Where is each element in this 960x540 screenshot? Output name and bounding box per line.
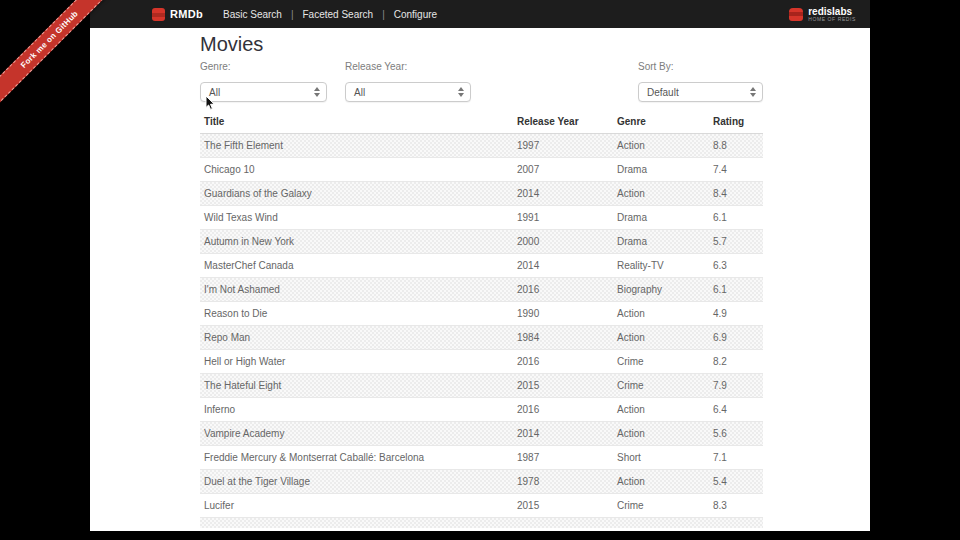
movies-table: Title Release Year Genre Rating The Fift…	[200, 110, 763, 518]
table-row[interactable]: Guardians of the Galaxy 2014 Action 8.4	[200, 182, 763, 206]
release-year-label: Release Year:	[345, 61, 407, 72]
cell-release-year: 2000	[513, 236, 613, 247]
table-row[interactable]: The Hateful Eight 2015 Crime 7.9	[200, 374, 763, 398]
cell-release-year: 2016	[513, 356, 613, 367]
table-row[interactable]: Chicago 10 2007 Drama 7.4	[200, 158, 763, 182]
table-row[interactable]: Inferno 2016 Action 6.4	[200, 398, 763, 422]
fork-ribbon-label: Fork me on GitHub	[19, 9, 80, 70]
cell-title: Guardians of the Galaxy	[200, 188, 513, 199]
table-row[interactable]: Lucifer 2015 Crime 8.3	[200, 494, 763, 518]
cell-release-year: 2015	[513, 500, 613, 511]
cell-genre: Short	[613, 452, 709, 463]
cell-rating: 6.4	[709, 404, 763, 415]
cell-genre: Drama	[613, 236, 709, 247]
app-page: RMDb Basic Search | Faceted Search | Con…	[90, 0, 870, 531]
genre-label: Genre:	[200, 61, 231, 72]
redislabs-logo-icon	[789, 8, 803, 21]
cell-title: Freddie Mercury & Montserrat Caballé: Ba…	[200, 452, 513, 463]
cell-release-year: 1984	[513, 332, 613, 343]
cell-release-year: 2015	[513, 380, 613, 391]
cell-genre: Drama	[613, 212, 709, 223]
cell-release-year: 2016	[513, 284, 613, 295]
cell-genre: Biography	[613, 284, 709, 295]
cell-rating: 7.4	[709, 164, 763, 175]
cell-title: MasterChef Canada	[200, 260, 513, 271]
cell-release-year: 1997	[513, 140, 613, 151]
redislabs-logo[interactable]: redislabs HOME OF REDIS	[789, 6, 860, 23]
table-row[interactable]: I'm Not Ashamed 2016 Biography 6.1	[200, 278, 763, 302]
cell-rating: 6.1	[709, 284, 763, 295]
cell-rating: 8.8	[709, 140, 763, 151]
page-title: Movies	[200, 33, 263, 56]
cell-release-year: 2014	[513, 428, 613, 439]
table-row[interactable]: Freddie Mercury & Montserrat Caballé: Ba…	[200, 446, 763, 470]
select-arrows-icon	[750, 87, 756, 97]
navbar: RMDb Basic Search | Faceted Search | Con…	[90, 0, 870, 28]
cell-title: Hell or High Water	[200, 356, 513, 367]
cell-rating: 8.2	[709, 356, 763, 367]
cell-release-year: 1990	[513, 308, 613, 319]
cell-title: Inferno	[200, 404, 513, 415]
column-header-release-year: Release Year	[513, 116, 613, 127]
cell-genre: Action	[613, 308, 709, 319]
cell-rating: 8.4	[709, 188, 763, 199]
cell-rating: 6.3	[709, 260, 763, 271]
table-row[interactable]: The Fifth Element 1997 Action 8.8	[200, 134, 763, 158]
cell-rating: 5.6	[709, 428, 763, 439]
column-header-rating: Rating	[709, 116, 763, 127]
sort-by-select-value: Default	[647, 87, 679, 98]
cell-genre: Action	[613, 428, 709, 439]
table-row[interactable]: Duel at the Tiger Village 1978 Action 5.…	[200, 470, 763, 494]
cell-title: Chicago 10	[200, 164, 513, 175]
cell-title: The Fifth Element	[200, 140, 513, 151]
cell-release-year: 1991	[513, 212, 613, 223]
nav-item-configure[interactable]: Configure	[394, 9, 437, 20]
select-arrows-icon	[458, 87, 464, 97]
nav-item-basic-search[interactable]: Basic Search	[223, 9, 282, 20]
sort-by-select[interactable]: Default	[638, 82, 763, 102]
cell-title: I'm Not Ashamed	[200, 284, 513, 295]
table-row[interactable]: Autumn in New York 2000 Drama 5.7	[200, 230, 763, 254]
cell-title: The Hateful Eight	[200, 380, 513, 391]
sort-by-label: Sort By:	[638, 61, 674, 72]
cell-genre: Action	[613, 188, 709, 199]
cell-title: Reason to Die	[200, 308, 513, 319]
table-row[interactable]: MasterChef Canada 2014 Reality-TV 6.3	[200, 254, 763, 278]
brand-title: RMDb	[170, 8, 203, 20]
cell-rating: 6.1	[709, 212, 763, 223]
release-year-select[interactable]: All	[345, 82, 471, 102]
cell-rating: 4.9	[709, 308, 763, 319]
cell-genre: Action	[613, 476, 709, 487]
cell-genre: Action	[613, 140, 709, 151]
table-row[interactable]: Wild Texas Wind 1991 Drama 6.1	[200, 206, 763, 230]
cell-genre: Drama	[613, 164, 709, 175]
cell-genre: Action	[613, 332, 709, 343]
genre-select[interactable]: All	[200, 82, 327, 102]
column-header-genre: Genre	[613, 116, 709, 127]
brand-home-link[interactable]: RMDb	[152, 8, 203, 21]
table-row[interactable]: Vampire Academy 2014 Action 5.6	[200, 422, 763, 446]
cell-genre: Crime	[613, 380, 709, 391]
cell-release-year: 2007	[513, 164, 613, 175]
nav-item-faceted-search[interactable]: Faceted Search	[303, 9, 374, 20]
cell-release-year: 2014	[513, 188, 613, 199]
cell-release-year: 2014	[513, 260, 613, 271]
table-row[interactable]: Repo Man 1984 Action 6.9	[200, 326, 763, 350]
cell-rating: 6.9	[709, 332, 763, 343]
select-arrows-icon	[314, 87, 320, 97]
table-row[interactable]: Hell or High Water 2016 Crime 8.2	[200, 350, 763, 374]
cell-genre: Crime	[613, 500, 709, 511]
column-header-title: Title	[200, 116, 513, 127]
cell-genre: Reality-TV	[613, 260, 709, 271]
mouse-cursor-icon	[205, 96, 216, 111]
cell-title: Autumn in New York	[200, 236, 513, 247]
cell-title: Duel at the Tiger Village	[200, 476, 513, 487]
cell-release-year: 2016	[513, 404, 613, 415]
cell-rating: 7.9	[709, 380, 763, 391]
cell-genre: Action	[613, 404, 709, 415]
nav-links: Basic Search | Faceted Search | Configur…	[223, 9, 437, 20]
table-row[interactable]: Reason to Die 1990 Action 4.9	[200, 302, 763, 326]
cell-title: Lucifer	[200, 500, 513, 511]
cell-rating: 7.1	[709, 452, 763, 463]
table-row-partial	[200, 518, 763, 528]
